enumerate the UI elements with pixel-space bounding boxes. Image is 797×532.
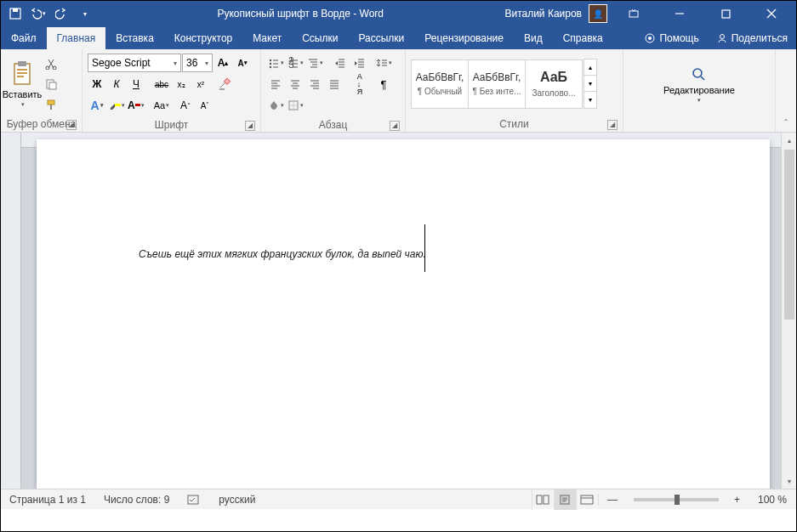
user-name[interactable]: Виталий Каиров	[504, 8, 582, 20]
tab-layout[interactable]: Макет	[242, 27, 292, 49]
cut-button[interactable]	[42, 54, 60, 73]
bold-button[interactable]: Ж	[88, 75, 106, 93]
minimize-button[interactable]	[660, 1, 699, 26]
autosave-icon[interactable]	[8, 6, 23, 21]
zoom-out-button[interactable]: —	[598, 494, 627, 506]
styles-launcher[interactable]: ◢	[607, 120, 618, 130]
show-marks-button[interactable]: ¶	[374, 75, 393, 93]
borders-button[interactable]: ▾	[286, 96, 305, 115]
superscript-button[interactable]: x²	[191, 75, 210, 93]
clear-formatting-button[interactable]	[215, 75, 234, 93]
collapse-ribbon-button[interactable]: ˆ	[784, 118, 788, 128]
zoom-level[interactable]: 100 %	[749, 494, 796, 506]
undo-button[interactable]: ▾	[28, 4, 47, 23]
tab-view[interactable]: Вид	[514, 27, 553, 49]
svg-point-9	[720, 35, 724, 39]
group-label-styles: Стили◢	[409, 116, 619, 132]
tab-design[interactable]: Конструктор	[164, 27, 242, 49]
status-bar: Страница 1 из 1 Число слов: 9 русский — …	[1, 489, 796, 509]
font-name-combo[interactable]: Segoe Script▾	[88, 54, 181, 72]
svg-rect-12	[17, 69, 27, 71]
search-icon	[691, 66, 708, 83]
style-gallery-scroll[interactable]: ▴▾▾	[584, 59, 597, 109]
clipboard-launcher[interactable]: ◢	[66, 120, 77, 130]
group-label-clipboard: Буфер обмена◢	[4, 116, 78, 132]
grow-font-button[interactable]: A▴	[213, 54, 232, 72]
zoom-slider[interactable]	[634, 498, 719, 501]
tab-insert[interactable]: Вставка	[105, 27, 164, 49]
scroll-up-button[interactable]: ▴	[782, 133, 796, 148]
zoom-in-button[interactable]: +	[726, 494, 749, 506]
increase-indent-button[interactable]	[350, 54, 369, 72]
line-spacing-button[interactable]: ▾	[374, 54, 393, 72]
status-page[interactable]: Страница 1 из 1	[1, 494, 95, 506]
ruler-vertical[interactable]	[1, 133, 21, 489]
tab-home[interactable]: Главная	[47, 27, 106, 49]
avatar[interactable]: 👤	[589, 4, 607, 23]
font-size-combo[interactable]: 36▾	[182, 54, 213, 72]
scroll-thumb[interactable]	[784, 150, 794, 320]
grow-font2-button[interactable]: A˄	[176, 96, 195, 115]
view-print-button[interactable]	[554, 490, 576, 510]
tab-mailings[interactable]: Рассылки	[348, 27, 414, 49]
style-no-spacing[interactable]: АаБбВвГг,¶ Без инте...	[468, 59, 526, 109]
svg-point-8	[648, 37, 652, 40]
bullets-button[interactable]: ▾	[266, 54, 285, 72]
page[interactable]: Съешь ещё этих мягких французских булок,…	[37, 139, 770, 489]
style-heading1[interactable]: АаБЗаголово...	[525, 59, 583, 109]
ribbon-display-options[interactable]	[614, 1, 653, 26]
status-words[interactable]: Число слов: 9	[95, 494, 179, 506]
scroll-down-button[interactable]: ▾	[782, 473, 796, 489]
svg-point-23	[269, 59, 270, 61]
font-color-button[interactable]: A▾	[127, 96, 145, 115]
svg-rect-11	[18, 61, 26, 66]
shading-button[interactable]: ▾	[266, 96, 285, 115]
underline-button[interactable]: Ч	[127, 75, 145, 93]
subscript-button[interactable]: x₂	[172, 75, 191, 93]
tab-help[interactable]: Справка	[553, 27, 613, 49]
editing-button[interactable]: Редактирование ▾	[655, 63, 743, 107]
ribbon-tabs: Файл Главная Вставка Конструктор Макет С…	[1, 26, 796, 49]
view-read-button[interactable]	[532, 490, 554, 510]
align-left-button[interactable]	[266, 75, 285, 93]
paragraph-launcher[interactable]: ◢	[390, 121, 400, 131]
maximize-button[interactable]	[706, 1, 745, 26]
view-web-button[interactable]	[576, 490, 598, 510]
align-center-button[interactable]	[286, 75, 305, 93]
paste-button[interactable]: Вставить ▾	[4, 51, 40, 116]
highlight-button[interactable]: ▾	[107, 96, 126, 115]
svg-rect-73	[544, 495, 549, 504]
shrink-font-button[interactable]: A▾	[233, 54, 252, 72]
format-painter-button[interactable]	[42, 95, 60, 114]
numbering-button[interactable]: 123▾	[286, 54, 305, 72]
redo-button[interactable]	[52, 4, 71, 23]
multilevel-button[interactable]: ▾	[305, 54, 324, 72]
style-normal[interactable]: АаБбВвГг,¶ Обычный	[411, 59, 469, 109]
shrink-font2-button[interactable]: A˅	[196, 96, 214, 115]
status-language[interactable]: русский	[210, 494, 265, 506]
tell-me[interactable]: Помощь	[635, 27, 707, 49]
svg-point-25	[269, 63, 270, 65]
tab-references[interactable]: Ссылки	[292, 27, 348, 49]
document-text[interactable]: Съешь ещё этих мягких французских булок,…	[37, 139, 770, 348]
justify-button[interactable]	[325, 75, 344, 93]
vertical-scrollbar[interactable]: ▴ ▾	[781, 133, 796, 489]
font-launcher[interactable]: ◢	[245, 121, 255, 131]
italic-button[interactable]: К	[107, 75, 126, 93]
svg-line-70	[701, 76, 704, 80]
close-button[interactable]	[752, 1, 791, 26]
svg-rect-19	[48, 100, 54, 105]
align-right-button[interactable]	[305, 75, 324, 93]
qat-customize[interactable]: ▾	[76, 4, 94, 23]
tab-file[interactable]: Файл	[1, 27, 47, 49]
tab-review[interactable]: Рецензирование	[414, 27, 514, 49]
copy-button[interactable]	[42, 75, 60, 93]
share-button[interactable]: Поделиться	[708, 27, 796, 49]
sort-button[interactable]: A↓Я	[350, 75, 369, 93]
status-proofing[interactable]	[179, 494, 210, 506]
text-effects-button[interactable]: A▾	[88, 96, 106, 115]
decrease-indent-button[interactable]	[331, 54, 350, 72]
svg-point-69	[693, 69, 702, 77]
change-case-button[interactable]: Aa▾	[152, 96, 171, 115]
strike-button[interactable]: abc	[152, 75, 171, 93]
